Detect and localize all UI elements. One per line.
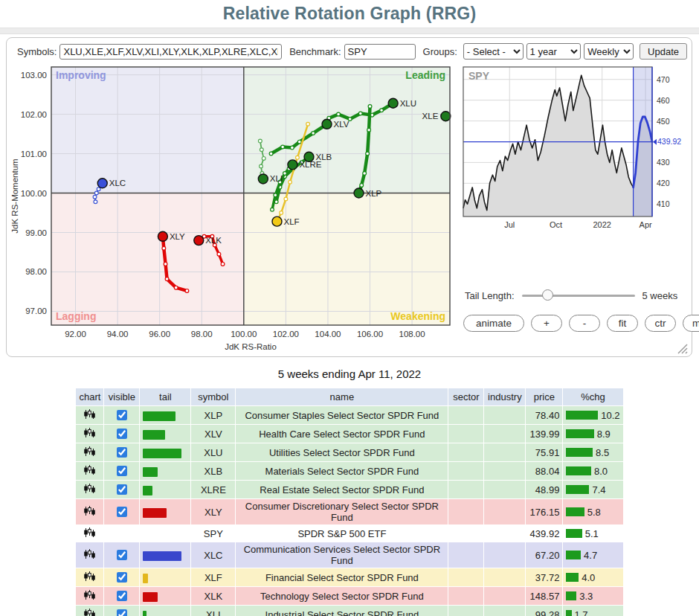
fit-button[interactable]: fit — [607, 315, 638, 332]
svg-text:XLI: XLI — [270, 174, 283, 183]
sector-cell — [448, 406, 484, 425]
chart-cell[interactable] — [76, 406, 104, 425]
visible-cell[interactable] — [104, 542, 140, 568]
svg-text:470: 470 — [657, 75, 670, 84]
rrg-panel: Symbols: Benchmark: Groups:- Select - 1 … — [6, 37, 692, 357]
resize-handle-icon[interactable] — [676, 344, 688, 354]
chart-cell[interactable] — [76, 568, 104, 587]
chart-icon[interactable] — [84, 590, 95, 600]
benchmark-input[interactable] — [344, 44, 416, 60]
symbols-input[interactable] — [59, 44, 282, 60]
symbol-cell: XLRE — [191, 481, 236, 499]
chart-icon[interactable] — [84, 571, 95, 582]
chg-bar — [566, 466, 591, 475]
chg-bar — [566, 411, 598, 420]
symbol-cell: XLC — [191, 542, 236, 568]
chart-cell[interactable] — [76, 443, 104, 462]
center-button[interactable]: ctr — [645, 315, 676, 332]
chart-icon[interactable] — [84, 549, 95, 559]
visible-cell[interactable] — [104, 425, 140, 443]
zoom-out-button[interactable]: - — [569, 315, 600, 332]
tail-length-slider[interactable] — [522, 289, 635, 301]
visible-cell[interactable] — [104, 568, 140, 587]
visible-checkbox[interactable] — [117, 429, 127, 439]
visible-cell[interactable] — [104, 499, 140, 525]
price-cell: 48.99 — [526, 481, 563, 499]
svg-text:Jul: Jul — [504, 220, 515, 229]
tail-length-slider-handle[interactable] — [542, 289, 553, 301]
visible-checkbox[interactable] — [117, 484, 127, 495]
table-row-XLP: XLPConsumer Staples Select Sector SPDR F… — [76, 406, 623, 425]
name-cell: Health Care Select Sector SPDR Fund — [236, 425, 448, 443]
tail-cell — [140, 462, 191, 481]
table-row-XLY: XLYConsumer Discretionary Select Sector … — [76, 499, 623, 525]
symbol-cell: XLU — [191, 443, 236, 462]
visible-cell[interactable] — [104, 587, 140, 606]
visible-checkbox[interactable] — [117, 466, 127, 476]
chart-cell[interactable] — [76, 525, 104, 542]
svg-text:460: 460 — [657, 96, 670, 105]
update-button[interactable]: Update — [640, 43, 687, 60]
chart-icon[interactable] — [84, 527, 95, 538]
visible-cell[interactable] — [104, 462, 140, 481]
visible-cell[interactable] — [104, 406, 140, 425]
animate-button[interactable]: animate — [463, 315, 524, 332]
chart-cell[interactable] — [76, 425, 104, 443]
chg-bar — [566, 591, 576, 600]
chg-bar — [566, 429, 593, 438]
max-button[interactable]: max — [683, 315, 699, 332]
visible-checkbox[interactable] — [117, 447, 127, 458]
chart-cell[interactable] — [76, 462, 104, 481]
svg-text:Improving: Improving — [56, 69, 106, 81]
chart-cell[interactable] — [76, 542, 104, 568]
table-row-XLF: XLFFinancial Select Sector SPDR Fund37.7… — [76, 568, 623, 587]
svg-text:XLRE: XLRE — [299, 160, 321, 169]
industry-cell — [484, 443, 526, 462]
tail-color-bar — [143, 430, 165, 440]
svg-text:102.00: 102.00 — [273, 330, 299, 339]
tail-cell — [140, 425, 191, 443]
chart-icon[interactable] — [84, 484, 95, 494]
industry-cell — [484, 525, 526, 542]
chart-icon[interactable] — [84, 609, 95, 616]
chart-cell[interactable] — [76, 606, 104, 616]
visible-checkbox[interactable] — [117, 591, 127, 601]
chart-cell[interactable] — [76, 481, 104, 499]
visible-cell[interactable] — [104, 481, 140, 499]
chart-icon[interactable] — [84, 409, 95, 420]
frequency-select[interactable]: Weekly — [584, 43, 634, 60]
benchmark-mini-chart[interactable]: SPY410420430450460470JulOct2022Apr439.92 — [459, 63, 693, 242]
period-select[interactable]: 1 year — [526, 43, 582, 60]
visible-checkbox[interactable] — [117, 609, 127, 616]
chg-bar — [566, 529, 582, 538]
chart-cell[interactable] — [76, 499, 104, 525]
chg-cell: 10.2 — [563, 406, 623, 425]
zoom-in-button[interactable]: + — [531, 315, 562, 332]
chart-icon[interactable] — [84, 428, 95, 438]
title-bar: Relative Rotation Graph (RRG) — [0, 0, 699, 28]
chart-icon[interactable] — [84, 465, 95, 475]
slider-track-icon — [522, 295, 635, 297]
visible-checkbox[interactable] — [117, 410, 127, 420]
svg-text:96.00: 96.00 — [149, 330, 170, 339]
groups-select[interactable]: - Select - — [463, 43, 524, 60]
visible-checkbox[interactable] — [117, 550, 127, 560]
sector-cell — [448, 568, 484, 587]
chart-cell[interactable] — [76, 587, 104, 606]
visible-cell[interactable] — [104, 443, 140, 462]
chart-icon[interactable] — [84, 506, 95, 516]
svg-text:106.00: 106.00 — [357, 330, 383, 339]
industry-cell — [484, 606, 526, 616]
charts-area: 92.0094.0096.0098.00100.00102.00104.0010… — [7, 62, 692, 356]
chart-icon[interactable] — [84, 446, 95, 457]
svg-text:103.00: 103.00 — [21, 71, 47, 80]
visible-checkbox[interactable] — [117, 572, 127, 583]
svg-text:439.92: 439.92 — [657, 137, 681, 146]
chg-cell: 5.8 — [563, 499, 623, 525]
rrg-chart[interactable]: 92.0094.0096.0098.00100.00102.00104.0010… — [8, 63, 457, 356]
visible-checkbox[interactable] — [117, 507, 127, 517]
column-header-sector: sector — [448, 388, 484, 406]
symbol-cell: XLP — [191, 406, 236, 425]
visible-cell[interactable] — [104, 606, 140, 616]
chg-bar — [566, 448, 593, 457]
